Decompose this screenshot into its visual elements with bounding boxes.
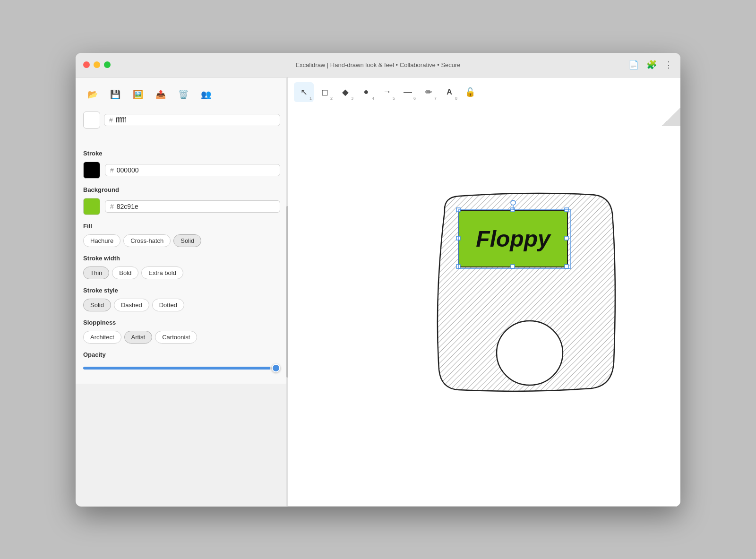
opacity-label: Opacity (83, 351, 280, 358)
stroke-bold[interactable]: Bold (112, 267, 138, 279)
stroke-row: # (83, 162, 280, 179)
app-body: 📂 💾 🖼️ 📤 🗑️ 👥 # Strok (76, 77, 680, 507)
background-row: # (83, 198, 280, 215)
color-hex-input[interactable] (116, 116, 275, 124)
stroke-input-group: # (105, 164, 280, 176)
color-swatch[interactable] (83, 112, 100, 129)
floppy-svg: Floppy (416, 183, 643, 429)
sloppiness-label: Sloppiness (83, 319, 280, 326)
tool-line[interactable]: — 6 (398, 82, 418, 102)
sloppiness-cartoonist[interactable]: Cartoonist (155, 331, 197, 344)
export-image-button[interactable]: 🖼️ (129, 85, 147, 104)
divider-1 (83, 142, 280, 142)
background-hex-input[interactable] (117, 203, 275, 210)
draw-icon: ✏ (425, 87, 432, 97)
sidebar: 📂 💾 🖼️ 📤 🗑️ 👥 # Strok (76, 77, 288, 384)
tool-draw[interactable]: ✏ 7 (419, 82, 438, 102)
canvas-content[interactable]: Floppy (288, 107, 680, 506)
open-button[interactable]: 📂 (83, 85, 102, 104)
tool-arrow[interactable]: → 5 (377, 82, 397, 102)
canvas-area: ↖ 1 ◻ 2 ◆ 3 ● 4 → 5 (288, 77, 680, 507)
text-icon: A (447, 88, 452, 96)
fill-options: Hachure Cross-hatch Solid (83, 234, 280, 247)
stroke-hash: # (110, 166, 114, 174)
collaborate-button[interactable]: 👥 (197, 85, 215, 104)
background-input-group: # (105, 200, 280, 213)
fill-hachure[interactable]: Hachure (83, 234, 120, 247)
canvas-toolbar: ↖ 1 ◻ 2 ◆ 3 ● 4 → 5 (288, 77, 680, 107)
svg-rect-8 (565, 236, 568, 240)
fill-solid[interactable]: Solid (173, 234, 201, 247)
opacity-slider[interactable] (83, 367, 280, 370)
stroke-dashed[interactable]: Dashed (114, 299, 149, 311)
save-button[interactable]: 💾 (106, 85, 125, 104)
svg-point-1 (497, 321, 563, 385)
tool-lock[interactable]: 🔓 (460, 82, 480, 102)
export-button[interactable]: 📤 (151, 85, 170, 104)
background-color-swatch[interactable] (83, 198, 100, 215)
hash-symbol: # (109, 116, 113, 124)
close-button[interactable] (83, 61, 90, 68)
stroke-color-swatch[interactable] (83, 162, 100, 179)
puzzle-icon[interactable]: 🧩 (646, 60, 657, 70)
color-input-group: # (104, 114, 280, 126)
stroke-dotted[interactable]: Dotted (152, 299, 184, 311)
stroke-extra-bold[interactable]: Extra bold (141, 267, 183, 279)
floppy-drawing: Floppy (416, 183, 643, 430)
maximize-button[interactable] (104, 61, 111, 68)
svg-point-12 (511, 200, 515, 205)
titlebar: Excalidraw | Hand-drawn look & feel • Co… (76, 53, 680, 77)
app-window: Excalidraw | Hand-drawn look & feel • Co… (76, 53, 680, 507)
arrow-icon: → (383, 87, 391, 97)
tool-selection[interactable]: ↖ 1 (294, 82, 314, 102)
stroke-style-label: Stroke style (83, 287, 280, 294)
titlebar-actions: 📄 🧩 ⋮ (628, 60, 673, 70)
stroke-label: Stroke (83, 150, 280, 157)
svg-text:Floppy: Floppy (476, 226, 551, 251)
opacity-slider-container (83, 363, 280, 371)
ellipse-icon: ● (364, 87, 369, 97)
new-doc-icon[interactable]: 📄 (628, 60, 639, 70)
sidebar-toolbar: 📂 💾 🖼️ 📤 🗑️ 👥 (83, 85, 280, 104)
fill-crosshatch[interactable]: Cross-hatch (123, 234, 171, 247)
bg-hash: # (110, 203, 114, 210)
menu-icon[interactable]: ⋮ (664, 60, 673, 70)
stroke-style-options: Solid Dashed Dotted (83, 299, 280, 311)
opacity-section: Opacity (83, 351, 280, 371)
tool-rectangle[interactable]: ◻ 2 (315, 82, 335, 102)
traffic-lights (83, 61, 111, 68)
stroke-width-label: Stroke width (83, 255, 280, 262)
sidebar-wrapper: 📂 💾 🖼️ 📤 🗑️ 👥 # Strok (76, 77, 288, 507)
sloppiness-artist[interactable]: Artist (124, 331, 153, 344)
stroke-width-options: Thin Bold Extra bold (83, 267, 280, 279)
tool-diamond[interactable]: ◆ 3 (335, 82, 355, 102)
svg-rect-11 (565, 265, 568, 268)
delete-button[interactable]: 🗑️ (174, 85, 193, 104)
sloppiness-options: Architect Artist Cartoonist (83, 331, 280, 344)
sloppiness-architect[interactable]: Architect (83, 331, 121, 344)
stroke-solid[interactable]: Solid (83, 299, 111, 311)
svg-rect-10 (511, 265, 515, 268)
line-icon: — (404, 87, 412, 97)
selection-icon: ↖ (301, 87, 308, 97)
corner-fold (662, 107, 680, 126)
lock-icon: 🔓 (465, 87, 475, 97)
stroke-hex-input[interactable] (117, 166, 275, 174)
fill-label: Fill (83, 223, 280, 230)
window-title: Excalidraw | Hand-drawn look & feel • Co… (295, 61, 460, 69)
rectangle-icon: ◻ (321, 87, 328, 97)
bottom-bar: + − ↺ 100% 🛡️ English ▲ ⌨ (288, 506, 680, 507)
minimize-button[interactable] (94, 61, 100, 68)
stroke-thin[interactable]: Thin (83, 267, 109, 279)
background-label: Background (83, 186, 280, 193)
tool-text[interactable]: A 8 (439, 82, 459, 102)
diamond-icon: ◆ (342, 87, 349, 97)
color-row: # (83, 112, 280, 129)
tool-ellipse[interactable]: ● 4 (356, 82, 376, 102)
